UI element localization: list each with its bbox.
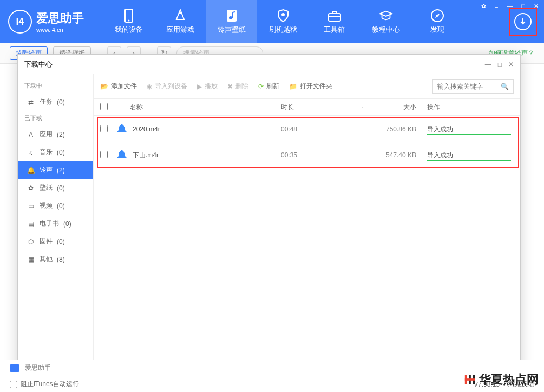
- footer-lower: 阻止iTunes自动运行 V7.98.15 意见反馈: [0, 376, 544, 392]
- dialog-title: 下载中心: [24, 59, 53, 69]
- app-icon: A: [27, 130, 35, 139]
- dialog-maximize-icon[interactable]: □: [498, 61, 502, 68]
- sidebar-count: (0): [57, 98, 65, 106]
- sidebar-item-ebooks[interactable]: ▤ 电子书 (0): [18, 215, 93, 232]
- search-input[interactable]: 🔍: [432, 79, 514, 94]
- sidebar-item-videos[interactable]: ▭ 视频 (0): [18, 197, 93, 215]
- table-row[interactable]: 下山.m4r 00:35 547.40 KB 导入成功: [94, 142, 520, 168]
- search-icon: 🔍: [501, 83, 509, 90]
- tutorial-icon: [379, 9, 393, 23]
- refresh-label: 刷新: [266, 82, 279, 91]
- footer-upper: 爱思助手: [0, 360, 544, 376]
- download-content: 📂 添加文件 ◉ 导入到设备 ▶ 播放 ✖ 删除 ⟳ 刷新: [94, 74, 520, 382]
- nav-my-device[interactable]: 我的设备: [103, 0, 154, 43]
- download-center-button[interactable]: [509, 8, 537, 36]
- refresh-button[interactable]: ⟳ 刷新: [258, 82, 279, 91]
- section-downloaded: 已下载: [18, 111, 93, 125]
- play-button[interactable]: ▶ 播放: [197, 82, 218, 91]
- nav-tutorial[interactable]: 教程中心: [360, 0, 411, 43]
- import-label: 导入到设备: [155, 82, 187, 91]
- ringtone-file-icon: [116, 150, 127, 161]
- sidebar-label: 壁纸: [40, 183, 53, 192]
- sidebar-count: (0): [57, 238, 65, 245]
- sidebar-item-tasks[interactable]: ⇄ 任务 (0): [18, 93, 93, 111]
- ringtone-file-icon: [116, 124, 127, 135]
- download-icon: [514, 13, 532, 30]
- file-size: 547.40 KB: [362, 151, 427, 159]
- sidebar-item-wallpapers[interactable]: ✿ 壁纸 (0): [18, 179, 93, 197]
- apps-icon: [173, 9, 187, 23]
- dialog-minimize-icon[interactable]: —: [485, 61, 491, 68]
- search-field[interactable]: [437, 83, 501, 90]
- file-name: 2020.m4r: [133, 125, 281, 133]
- table-row[interactable]: 2020.m4r 00:48 750.86 KB 导入成功: [94, 116, 520, 142]
- table-header: 名称 时长 大小 操作: [94, 99, 520, 116]
- sidebar-label: 电子书: [40, 219, 59, 228]
- app-title: 爱思助手: [36, 10, 84, 26]
- folder-icon: 📁: [289, 83, 297, 90]
- device-icon: [122, 9, 136, 23]
- sidebar-label: 音乐: [40, 148, 53, 157]
- progress-bar: [427, 134, 511, 135]
- book-icon: ▤: [27, 220, 35, 228]
- sidebar-label: 任务: [40, 97, 53, 107]
- open-folder-button[interactable]: 📁 打开文件夹: [289, 82, 332, 91]
- sidebar-count: (0): [57, 184, 65, 192]
- col-name[interactable]: 名称: [116, 103, 281, 112]
- nav-apps[interactable]: 应用游戏: [154, 0, 206, 43]
- nav-discover[interactable]: 发现: [411, 0, 463, 43]
- import-button[interactable]: ◉ 导入到设备: [147, 82, 187, 91]
- shield-icon: [276, 9, 290, 23]
- logo-icon: i4: [8, 10, 32, 34]
- col-size[interactable]: 大小: [362, 103, 427, 112]
- other-icon: ▦: [27, 255, 35, 264]
- music-icon: ♫: [27, 148, 35, 157]
- app-subtitle: www.i4.cn: [36, 26, 84, 33]
- sidebar-item-ringtones[interactable]: 🔔 铃声 (2): [18, 161, 93, 179]
- progress-bar: [427, 160, 511, 161]
- footer-app-name: 爱思助手: [25, 363, 51, 373]
- device-status-icon: [10, 364, 19, 372]
- feedback-link[interactable]: 意见反馈: [508, 380, 534, 389]
- sidebar-count: (8): [57, 256, 65, 263]
- nav-label: 教程中心: [372, 25, 400, 35]
- sidebar-count: (0): [63, 220, 71, 228]
- menu-icon[interactable]: ≡: [493, 2, 500, 11]
- file-status: 导入成功: [427, 125, 514, 134]
- content-toolbar: 📂 添加文件 ◉ 导入到设备 ▶ 播放 ✖ 删除 ⟳ 刷新: [94, 74, 520, 99]
- sidebar-count: (2): [57, 131, 65, 138]
- wallpaper-icon: ✿: [27, 184, 35, 192]
- dialog-titlebar: 下载中心 — □ ✕: [18, 55, 520, 74]
- settings-icon[interactable]: ✿: [479, 2, 488, 11]
- row-checkbox[interactable]: [100, 125, 108, 132]
- main-header: i4 爱思助手 www.i4.cn 我的设备 应用游戏 铃声壁纸 刷机越狱 工具…: [0, 0, 544, 43]
- import-icon: ◉: [147, 83, 152, 90]
- nav-toolbox[interactable]: 工具箱: [309, 0, 360, 43]
- col-duration[interactable]: 时长: [281, 103, 362, 112]
- sidebar-label: 其他: [40, 255, 53, 264]
- sidebar-item-apps[interactable]: A 应用 (2): [18, 125, 93, 143]
- sidebar-item-music[interactable]: ♫ 音乐 (0): [18, 143, 93, 161]
- row-checkbox[interactable]: [100, 151, 108, 158]
- play-icon: ▶: [197, 83, 202, 90]
- sidebar-item-other[interactable]: ▦ 其他 (8): [18, 250, 93, 268]
- nav-jailbreak[interactable]: 刷机越狱: [257, 0, 309, 43]
- sidebar-count: (0): [57, 149, 65, 156]
- nav-ringtone[interactable]: 铃声壁纸: [206, 0, 257, 43]
- delete-button[interactable]: ✖ 删除: [227, 82, 248, 91]
- block-itunes-checkbox[interactable]: [10, 381, 17, 388]
- task-icon: ⇄: [27, 98, 35, 107]
- sidebar-item-firmware[interactable]: ⬡ 固件 (0): [18, 232, 93, 250]
- file-duration: 00:35: [281, 151, 362, 159]
- sidebar-label: 铃声: [40, 165, 53, 175]
- nav-label: 工具箱: [324, 25, 345, 35]
- svg-point-4: [281, 13, 285, 16]
- main-nav: 我的设备 应用游戏 铃声壁纸 刷机越狱 工具箱 教程中心 发现: [103, 0, 463, 43]
- dialog-close-icon[interactable]: ✕: [508, 61, 514, 68]
- delete-icon: ✖: [227, 83, 233, 90]
- refresh-icon: ⟳: [258, 83, 264, 90]
- compass-icon: [430, 9, 444, 23]
- select-all-checkbox[interactable]: [100, 103, 108, 110]
- add-file-button[interactable]: 📂 添加文件: [100, 82, 137, 91]
- file-duration: 00:48: [281, 125, 362, 133]
